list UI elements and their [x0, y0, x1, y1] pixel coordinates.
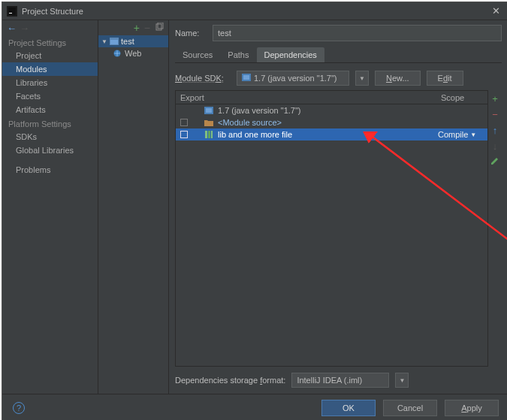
close-icon[interactable]: ✕ [489, 5, 503, 17]
remove-module-icon[interactable]: − [144, 22, 150, 34]
name-label: Name: [175, 29, 205, 38]
module-toolbar: + − [98, 20, 168, 35]
module-sdk-value: 1.7 (java version "1.7") [254, 74, 337, 83]
app-logo-icon [7, 6, 17, 17]
nav-sdks[interactable]: SDKs [2, 130, 98, 144]
folder-icon [204, 118, 213, 127]
svg-rect-1 [9, 13, 12, 14]
add-module-icon[interactable]: + [134, 22, 140, 34]
annotation-arrow [363, 131, 488, 244]
storage-format-value: IntelliJ IDEA (.iml) [297, 376, 362, 385]
jdk-icon [204, 106, 213, 115]
svg-rect-8 [243, 75, 249, 80]
table-header: Export Scope [176, 91, 487, 104]
row-label: <Module source> [218, 118, 282, 127]
svg-rect-13 [211, 131, 213, 138]
nav-problems[interactable]: Problems [2, 163, 98, 177]
storage-format-row: Dependencies storage format: IntelliJ ID… [175, 367, 502, 391]
nav-global-libraries[interactable]: Global Libraries [2, 144, 98, 157]
titlebar[interactable]: Project Structure ✕ [2, 2, 507, 20]
move-up-icon[interactable]: ↑ [493, 125, 498, 136]
remove-dependency-icon[interactable]: − [492, 109, 498, 120]
export-checkbox[interactable] [180, 131, 188, 138]
table-row[interactable]: 1.7 (java version "1.7") [176, 104, 487, 116]
tree-node-label: test [121, 37, 134, 46]
svg-line-14 [370, 135, 488, 240]
tab-paths[interactable]: Paths [220, 47, 256, 62]
edit-dependency-icon[interactable] [490, 156, 499, 168]
module-tree-panel: + − ▼ test Web [98, 20, 169, 394]
name-row: Name: [175, 25, 502, 41]
sdk-dropdown-button[interactable]: ▼ [355, 71, 369, 86]
svg-rect-10 [206, 108, 212, 113]
expand-icon[interactable]: ▼ [101, 38, 107, 45]
tab-dependencies[interactable]: Dependencies [257, 47, 324, 62]
module-sdk-combo[interactable]: 1.7 (java version "1.7") [237, 71, 349, 86]
web-facet-icon [113, 50, 122, 57]
row-label: 1.7 (java version "1.7") [218, 106, 301, 115]
storage-format-combo[interactable]: IntelliJ IDEA (.iml) [291, 373, 389, 388]
tree-node-test[interactable]: ▼ test [98, 35, 168, 47]
svg-rect-2 [156, 24, 161, 30]
table-row[interactable]: lib and one more file Compile ▼ [176, 128, 487, 141]
apply-button[interactable]: Apply [445, 400, 499, 416]
col-scope[interactable]: Scope [441, 93, 487, 102]
copy-module-icon[interactable] [155, 23, 164, 33]
svg-rect-11 [205, 131, 207, 138]
module-name-input[interactable] [213, 25, 502, 41]
export-checkbox[interactable] [180, 119, 188, 126]
nav-modules[interactable]: Modules [2, 62, 98, 76]
dep-toolbar: + − ↑ ↓ [488, 90, 502, 367]
nav-libraries[interactable]: Libraries [2, 76, 98, 89]
module-tabs: Sources Paths Dependencies [175, 47, 502, 63]
table-row[interactable]: <Module source> [176, 116, 487, 128]
col-export[interactable]: Export [176, 93, 212, 102]
module-sdk-label: Module SDK: [175, 74, 231, 83]
section-platform-settings: Platform Settings [2, 116, 98, 130]
ok-button[interactable]: OK [321, 400, 376, 416]
scope-combo[interactable]: Compile ▼ [438, 130, 487, 139]
svg-rect-5 [110, 40, 118, 44]
dialog-body: ← → Project Settings Project Modules Lib… [2, 20, 507, 394]
storage-format-dropdown[interactable]: ▼ [395, 373, 409, 388]
sdk-edit-button[interactable]: Edit [427, 71, 463, 86]
tree-node-web[interactable]: Web [98, 47, 168, 59]
project-structure-dialog: Project Structure ✕ ← → Project Settings… [2, 2, 507, 420]
module-editor: Name: Sources Paths Dependencies Module … [169, 20, 507, 394]
nav-forward-icon[interactable]: → [20, 23, 29, 34]
sdk-new-button[interactable]: New... [375, 71, 421, 86]
cancel-button[interactable]: Cancel [383, 400, 437, 416]
library-icon [204, 130, 213, 139]
nav-project[interactable]: Project [2, 49, 98, 62]
tree-node-label: Web [125, 49, 141, 58]
dependencies-table-wrap: Export Scope 1.7 (java version "1.7") [175, 90, 502, 367]
left-nav: ← → Project Settings Project Modules Lib… [2, 20, 98, 394]
storage-format-label: Dependencies storage format: [175, 376, 285, 385]
module-tree[interactable]: ▼ test Web [98, 35, 168, 59]
nav-facets[interactable]: Facets [2, 89, 98, 103]
chevron-down-icon: ▼ [470, 131, 476, 138]
dependencies-table[interactable]: Export Scope 1.7 (java version "1.7") [175, 90, 488, 367]
nav-back-icon[interactable]: ← [7, 23, 17, 34]
tab-sources[interactable]: Sources [175, 47, 220, 62]
row-label: lib and one more file [218, 130, 292, 139]
svg-rect-12 [208, 131, 210, 138]
move-down-icon[interactable]: ↓ [493, 141, 498, 152]
nav-artifacts[interactable]: Artifacts [2, 103, 98, 116]
module-icon [110, 38, 119, 45]
add-dependency-icon[interactable]: + [492, 93, 498, 104]
dialog-footer: ? OK Cancel Apply [2, 394, 507, 420]
svg-rect-3 [158, 23, 163, 29]
nav-history-toolbar: ← → [2, 20, 98, 35]
window-title: Project Structure [22, 7, 489, 16]
svg-rect-0 [8, 8, 16, 15]
section-project-settings: Project Settings [2, 35, 98, 49]
help-icon[interactable]: ? [13, 402, 25, 414]
jdk-icon [242, 74, 251, 83]
sdk-row: Module SDK: 1.7 (java version "1.7") ▼ N… [175, 71, 502, 86]
